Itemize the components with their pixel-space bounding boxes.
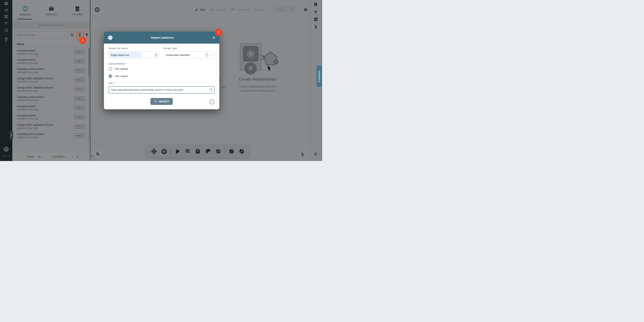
close-icon[interactable] xyxy=(212,36,216,39)
feedback-tab[interactable]: Feedback xyxy=(316,66,322,87)
upload-icon xyxy=(154,100,157,103)
design-file-name-label: Design File Name xyxy=(108,47,160,50)
upload-method-option-file[interactable]: File Upload xyxy=(108,65,215,72)
help-question-icon[interactable] xyxy=(209,88,213,92)
screen-edge-strip xyxy=(322,0,322,161)
help-question-icon[interactable] xyxy=(154,53,158,57)
design-file-name-value: Edge-Stack-crd xyxy=(109,54,154,56)
modal-title: Import patterns xyxy=(113,36,212,39)
info-icon[interactable]: i xyxy=(209,99,214,104)
import-button[interactable]: IMPORT xyxy=(150,98,172,105)
design-type-select[interactable]: Kubernetes Manifest xyxy=(164,51,215,59)
modal-footer: IMPORT i xyxy=(108,98,215,105)
feedback-label: Feedback xyxy=(318,70,320,82)
url-value: https://app.getambassador.io/yaml/edge-s… xyxy=(109,89,209,91)
design-type-value: Kubernetes Manifest xyxy=(164,54,205,56)
url-label: URL * xyxy=(108,82,215,85)
modal-header: Import patterns xyxy=(104,32,219,44)
radio-url-import-label: URL Import xyxy=(115,75,128,78)
radio-file-upload[interactable] xyxy=(108,67,112,71)
annotation-badge-1: 1 xyxy=(79,37,86,44)
chevron-down-icon xyxy=(210,54,212,56)
design-file-name-field[interactable]: Edge-Stack-crd xyxy=(108,51,160,59)
modal-body: Design File Name Edge-Stack-crd Design T… xyxy=(104,44,219,109)
design-type-label: Design Type * xyxy=(164,47,215,50)
radio-file-upload-label: File Upload xyxy=(115,67,128,70)
upload-method-option-url[interactable]: URL Import xyxy=(108,72,215,80)
url-input[interactable]: https://app.getambassador.io/yaml/edge-s… xyxy=(108,86,215,94)
meshery-logo-icon xyxy=(107,35,113,40)
import-patterns-modal: Import patterns Design File Name Edge-St… xyxy=(104,32,219,109)
radio-url-import[interactable] xyxy=(108,74,112,78)
help-question-icon[interactable] xyxy=(205,53,208,57)
annotation-badge-2: 2 xyxy=(215,29,222,36)
upload-method-label: Upload Method * xyxy=(108,62,215,65)
